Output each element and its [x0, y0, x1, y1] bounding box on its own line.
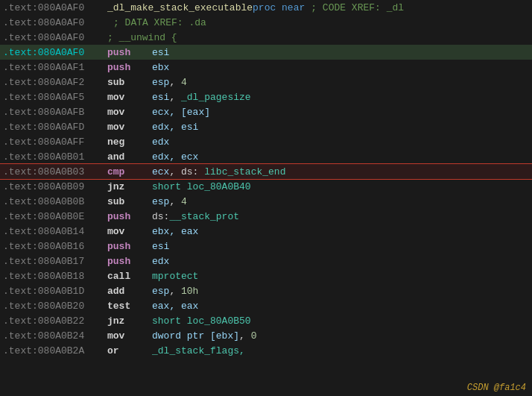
watermark: CSDN @fa1c4	[467, 383, 526, 393]
address-label: .text:080A0AF0	[3, 17, 107, 28]
operand: esp, 10h	[152, 286, 198, 297]
address-label: .text:080A0B17	[3, 256, 107, 267]
address-label: .text:080A0B18	[3, 271, 107, 282]
mnemonic: jnz	[107, 181, 152, 192]
proc-name: _dl_make_stack_executable	[107, 2, 253, 13]
table-row: .text:080A0B2A or_dl_stack_flags,	[0, 343, 532, 358]
mnemonic: push	[107, 62, 152, 73]
operand: esi, _dl_pagesize	[152, 92, 251, 103]
table-row: .text:080A0B24 movdword ptr [ebx], 0	[0, 328, 532, 343]
table-row: .text:080A0AFD movedx, esi	[0, 119, 532, 134]
mnemonic: mov	[107, 92, 152, 103]
address-label: .text:080A0B0E	[3, 211, 107, 222]
table-row: .text:080A0AF0 ; __unwind {	[0, 30, 532, 45]
address-label: .text:080A0B14	[3, 226, 107, 237]
table-row: .text:080A0B20 testeax, eax	[0, 298, 532, 313]
mnemonic: or	[107, 345, 152, 356]
address-label: .text:080A0B2A	[3, 345, 107, 356]
table-row: .text:080A0AF0 ; DATA XREF: .da	[0, 15, 532, 30]
address-label: .text:080A0AF0	[3, 47, 107, 58]
mnemonic: push	[107, 241, 152, 252]
comment: ; DATA XREF: .da	[113, 17, 206, 28]
address-label: .text:080A0B01	[3, 151, 107, 163]
table-row: .text:080A0B01 andedx, ecx	[0, 149, 532, 164]
address-label: .text:080A0AF2	[3, 77, 107, 88]
table-row: .text:080A0B09 jnzshort loc_80A0B40	[0, 179, 532, 194]
mnemonic: and	[107, 151, 152, 163]
operand: esp, 4	[152, 196, 187, 207]
address-label: .text:080A0B0B	[3, 196, 107, 207]
mnemonic: call	[107, 271, 152, 282]
operand: esi	[152, 241, 169, 252]
mnemonic: mov	[107, 122, 152, 133]
operand: dword ptr [ebx], 0	[152, 330, 256, 342]
table-row: .text:080A0AF0 pushesi	[0, 45, 532, 60]
operand: edx, esi	[152, 122, 198, 133]
address-label: .text:080A0B03	[3, 166, 107, 177]
mnemonic: neg	[107, 136, 152, 148]
operand: mprotect	[152, 271, 198, 282]
operand: ecx, ds: libc_stack_end	[152, 166, 285, 177]
table-row: .text:080A0B17 pushedx	[0, 254, 532, 268]
address-label: .text:080A0B09	[3, 181, 107, 192]
mnemonic: add	[107, 286, 152, 297]
operand: ecx, [eax]	[152, 107, 210, 118]
comment: ; CODE XREF: _dl	[311, 2, 404, 13]
table-row: .text:080A0AF5 movesi, _dl_pagesize	[0, 89, 532, 104]
address-label: .text:080A0B22	[3, 315, 107, 327]
operand: edx	[152, 256, 169, 267]
operand: ds:__stack_prot	[152, 211, 239, 222]
table-row: .text:080A0AF2 subesp, 4	[0, 75, 532, 89]
table-row: .text:080A0B1D addesp, 10h	[0, 283, 532, 298]
table-row: .text:080A0AF1 pushebx	[0, 60, 532, 75]
address-label: .text:080A0AF0	[3, 2, 107, 13]
address-label: .text:080A0AFB	[3, 107, 107, 118]
operand: esi	[152, 47, 169, 58]
operand: eax, eax	[152, 301, 198, 312]
mnemonic: sub	[107, 77, 152, 88]
operand: ebx, eax	[152, 226, 198, 237]
operand: _dl_stack_flags,	[152, 345, 245, 356]
mnemonic: push	[107, 47, 152, 58]
address-label: .text:080A0B20	[3, 301, 107, 312]
operand: edx, ecx	[152, 151, 198, 163]
mnemonic: mov	[107, 330, 152, 342]
operand: short loc_80A0B40	[152, 181, 251, 192]
address-label: .text:080A0B24	[3, 330, 107, 342]
mnemonic: cmp	[107, 166, 152, 177]
table-row: .text:080A0B18 callmprotect	[0, 268, 532, 283]
address-label: .text:080A0B1D	[3, 286, 107, 297]
table-row: .text:080A0B14 movebx, eax	[0, 224, 532, 239]
operand: edx	[152, 136, 169, 148]
table-row: .text:080A0B03 cmpecx, ds: libc_stack_en…	[0, 164, 532, 179]
comment-text: ; __unwind {	[107, 32, 177, 43]
mnemonic: push	[107, 211, 152, 222]
address-label: .text:080A0AF0	[3, 32, 107, 43]
mnemonic: mov	[107, 226, 152, 237]
address-label: .text:080A0AFF	[3, 136, 107, 148]
mnemonic: test	[107, 301, 152, 312]
operand: ebx	[152, 62, 169, 73]
table-row: .text:080A0AF0 _dl_make_stack_executable…	[0, 0, 532, 15]
code-view: .text:080A0AF0 _dl_make_stack_executable…	[0, 0, 532, 396]
mnemonic: jnz	[107, 315, 152, 327]
table-row: .text:080A0AFF negedx	[0, 134, 532, 149]
mnemonic: mov	[107, 107, 152, 118]
operand: esp, 4	[152, 77, 187, 88]
operand: short loc_80A0B50	[152, 315, 251, 327]
table-row: .text:080A0B16 pushesi	[0, 239, 532, 254]
mnemonic: push	[107, 256, 152, 267]
address-label: .text:080A0AFD	[3, 122, 107, 133]
table-row: .text:080A0B22 jnzshort loc_80A0B50	[0, 313, 532, 328]
mnemonic: sub	[107, 196, 152, 207]
address-label: .text:080A0AF5	[3, 92, 107, 103]
table-row: .text:080A0AFB movecx, [eax]	[0, 104, 532, 119]
table-row: .text:080A0B0B subesp, 4	[0, 194, 532, 209]
address-label: .text:080A0B16	[3, 241, 107, 252]
table-row: .text:080A0B0E pushds:__stack_prot	[0, 209, 532, 224]
address-label: .text:080A0AF1	[3, 62, 107, 73]
